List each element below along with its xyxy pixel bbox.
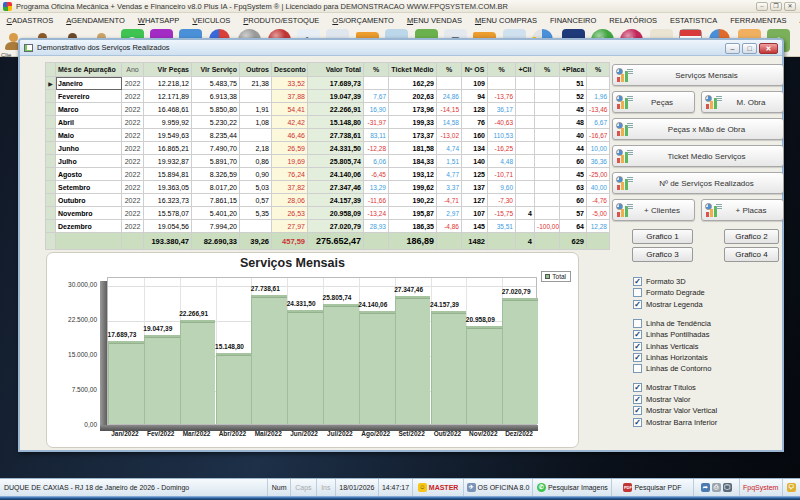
cell[interactable]: -7,30 bbox=[488, 194, 516, 207]
column-header[interactable]: Nº OS bbox=[462, 63, 488, 77]
cell[interactable]: 37,82 bbox=[272, 181, 308, 194]
cell[interactable] bbox=[587, 77, 610, 90]
cell[interactable]: 4 bbox=[516, 207, 535, 220]
grafico-button-2[interactable]: Grafico 2 bbox=[724, 229, 779, 244]
cell[interactable]: -13,02 bbox=[437, 129, 462, 142]
cell[interactable]: 1,91 bbox=[240, 103, 272, 116]
cell[interactable]: Outubro bbox=[56, 194, 122, 207]
menu-item-relat-rios[interactable]: RELATÓRIOS bbox=[603, 16, 664, 25]
minimize-button[interactable]: – bbox=[756, 2, 768, 11]
cell[interactable]: 7.490,70 bbox=[192, 142, 240, 155]
cell[interactable]: 6,67 bbox=[587, 116, 610, 129]
cell[interactable]: 145 bbox=[462, 220, 488, 233]
cell[interactable]: -4,71 bbox=[437, 194, 462, 207]
cell[interactable]: 16,90 bbox=[364, 103, 389, 116]
cell[interactable]: 36,36 bbox=[587, 155, 610, 168]
cell[interactable] bbox=[46, 155, 56, 168]
checkbox-box[interactable]: ✓ bbox=[633, 406, 642, 415]
menu-item-produto-estoque[interactable]: PRODUTO/ESTOQUE bbox=[237, 16, 326, 25]
menu-item-cadastros[interactable]: CADASTROS bbox=[0, 16, 60, 25]
menu-item-os-or-amento[interactable]: OS/ORÇAMENTO bbox=[326, 16, 401, 25]
cell[interactable]: -4,76 bbox=[587, 194, 610, 207]
cell[interactable] bbox=[535, 129, 560, 142]
checkbox-linhas-horizontais[interactable]: ✓Linhas Horizontais bbox=[633, 353, 784, 362]
cell[interactable]: 60 bbox=[560, 194, 587, 207]
checkbox-box[interactable]: ✓ bbox=[633, 395, 642, 404]
cell[interactable]: 2022 bbox=[122, 116, 144, 129]
cell[interactable] bbox=[46, 181, 56, 194]
cell[interactable]: 0,90 bbox=[240, 168, 272, 181]
checkbox-formato-degrade[interactable]: Formato Degrade bbox=[633, 288, 784, 297]
cell[interactable]: Dezembro bbox=[56, 220, 122, 233]
cell[interactable]: 27,97 bbox=[272, 220, 308, 233]
cell[interactable]: 24.140,06 bbox=[308, 168, 364, 181]
cell[interactable] bbox=[516, 181, 535, 194]
cell[interactable]: 125 bbox=[462, 168, 488, 181]
cell[interactable] bbox=[535, 77, 560, 90]
cell[interactable]: 2022 bbox=[122, 168, 144, 181]
column-header[interactable]: Mês de Apuração bbox=[56, 63, 122, 77]
column-header[interactable]: % bbox=[437, 63, 462, 77]
cell[interactable]: 28,06 bbox=[272, 194, 308, 207]
cell[interactable]: 27.020,79 bbox=[308, 220, 364, 233]
cell[interactable] bbox=[535, 194, 560, 207]
cell[interactable]: 2022 bbox=[122, 129, 144, 142]
cell[interactable]: 37,88 bbox=[272, 90, 308, 103]
cell[interactable] bbox=[535, 155, 560, 168]
cell[interactable]: -16,67 bbox=[587, 129, 610, 142]
status-tools[interactable]: ➦⎙🖵 bbox=[694, 479, 740, 496]
cell[interactable]: 54,41 bbox=[272, 103, 308, 116]
cell[interactable]: 137 bbox=[462, 181, 488, 194]
child-close-button[interactable]: ✕ bbox=[759, 43, 778, 54]
cell[interactable]: 12.218,12 bbox=[144, 77, 192, 90]
cell[interactable] bbox=[46, 90, 56, 103]
cell[interactable]: 7.861,15 bbox=[192, 194, 240, 207]
cell[interactable]: 19.054,56 bbox=[144, 220, 192, 233]
column-header[interactable]: +Placa bbox=[560, 63, 587, 77]
checkbox-box[interactable]: ✓ bbox=[633, 342, 642, 351]
cell[interactable]: 8.017,20 bbox=[192, 181, 240, 194]
cell[interactable]: -100,00 bbox=[535, 220, 560, 233]
cell[interactable]: 27.347,46 bbox=[308, 181, 364, 194]
cell[interactable]: 2022 bbox=[122, 77, 144, 90]
table-row[interactable]: ▶Janeiro202212.218,125.483,7521,3833,521… bbox=[46, 77, 610, 90]
cell[interactable]: 6,06 bbox=[364, 155, 389, 168]
checkbox-mostrar-valor[interactable]: ✓Mostrar Valor bbox=[633, 395, 784, 404]
checkbox-linhas-pontilhadas[interactable]: ✓Linhas Pontilhadas bbox=[633, 330, 784, 339]
chart-button--clientes[interactable]: + Clientes bbox=[612, 199, 695, 221]
cell[interactable]: 60 bbox=[560, 155, 587, 168]
cell[interactable] bbox=[535, 168, 560, 181]
cell[interactable]: 26,59 bbox=[272, 142, 308, 155]
cell[interactable]: 19.549,63 bbox=[144, 129, 192, 142]
cell[interactable]: 16.865,21 bbox=[144, 142, 192, 155]
cell[interactable]: Junho bbox=[56, 142, 122, 155]
cell[interactable]: 2022 bbox=[122, 207, 144, 220]
checkbox-linhas-de-contorno[interactable]: Linhas de Contorno bbox=[633, 364, 784, 373]
cell[interactable] bbox=[535, 103, 560, 116]
menu-item-estatistica[interactable]: ESTATISTICA bbox=[664, 16, 724, 25]
cell[interactable] bbox=[437, 77, 462, 90]
cell[interactable] bbox=[46, 207, 56, 220]
restore-button[interactable]: ❐ bbox=[770, 2, 782, 11]
checkbox-box[interactable]: ✓ bbox=[633, 418, 642, 427]
cell[interactable]: ▶ bbox=[46, 77, 56, 90]
cell[interactable]: 5,03 bbox=[240, 181, 272, 194]
cell[interactable]: -5,00 bbox=[587, 207, 610, 220]
cell[interactable]: 19,69 bbox=[272, 155, 308, 168]
column-header[interactable]: Desconto bbox=[272, 63, 308, 77]
cell[interactable]: 25.805,74 bbox=[308, 155, 364, 168]
cell[interactable] bbox=[46, 129, 56, 142]
checkbox-mostrar-t-tulos[interactable]: ✓Mostrar Títulos bbox=[633, 383, 784, 392]
cell[interactable]: -40,63 bbox=[488, 116, 516, 129]
cell[interactable]: 12,28 bbox=[587, 220, 610, 233]
cell[interactable] bbox=[535, 90, 560, 103]
cell[interactable]: -14,15 bbox=[437, 103, 462, 116]
cell[interactable]: 2022 bbox=[122, 90, 144, 103]
cell[interactable]: 5.230,22 bbox=[192, 116, 240, 129]
child-titlebar[interactable]: Demonstrativo dos Serviços Realizados bbox=[20, 40, 782, 56]
cell[interactable] bbox=[516, 194, 535, 207]
column-header[interactable]: Valor Total bbox=[308, 63, 364, 77]
cell[interactable]: 21,38 bbox=[240, 77, 272, 90]
cell[interactable]: 45 bbox=[560, 168, 587, 181]
checkbox-box[interactable]: ✓ bbox=[633, 277, 642, 286]
